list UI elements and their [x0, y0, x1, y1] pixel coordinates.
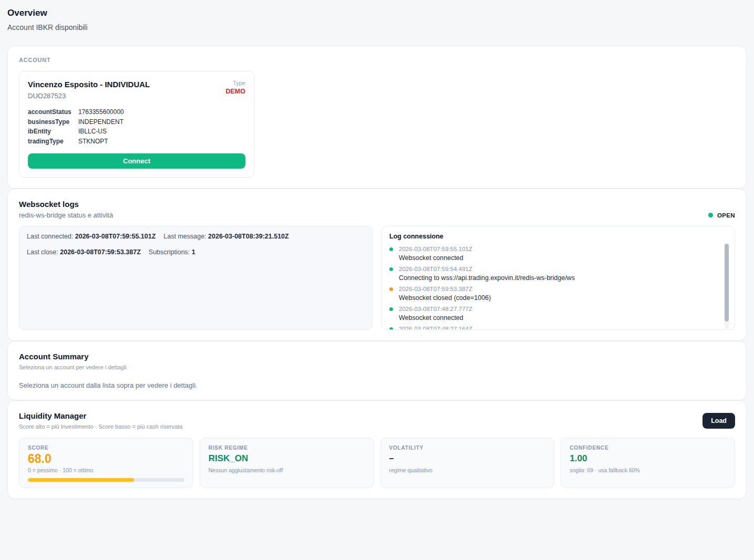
log-time: 2026-03-08T07:59:54.491Z — [399, 266, 727, 272]
log-message: Websocket connected — [399, 314, 727, 322]
log-entry: 2026-03-08T07:59:55.101Z Websocket conne… — [389, 246, 727, 262]
log-time: 2026-03-08T07:59:55.101Z — [399, 246, 727, 252]
liquidity-subtitle: Score alto = più investimento · Score ba… — [19, 423, 182, 430]
connection-log-panel: Log connessione 2026-03-08T07:59:55.101Z… — [381, 226, 735, 330]
stat-card-risk-regime: RISK REGIME RISK_ON Nessun aggiustamento… — [200, 438, 374, 488]
account-summary-section: Account Summary Seleziona un account per… — [7, 341, 747, 400]
log-message: Websocket connected — [399, 254, 727, 262]
stat-desc: 0 = pessimo · 100 = ottimo — [28, 467, 184, 473]
log-scrollbar-thumb[interactable] — [725, 244, 729, 322]
stat-desc: soglia: 69 · usa fallback 60% — [570, 467, 726, 473]
status-badge-label: OPEN — [717, 212, 735, 219]
log-entry: 2026-03-08T07:59:53.387Z Websocket close… — [389, 286, 727, 302]
status-badge: OPEN — [708, 212, 735, 219]
websocket-title: Websocket logs — [19, 200, 113, 209]
account-card[interactable]: Vincenzo Esposito - INDIVIDUAL DUO287523… — [19, 71, 254, 178]
info-pair: Last message: 2026-03-08T08:39:21.510Z — [163, 233, 288, 240]
account-id: DUO287523 — [28, 92, 150, 100]
info-pair: Last connected: 2026-03-08T07:59:55.101Z — [27, 233, 156, 240]
page-subtitle: Account IBKR disponibili — [7, 23, 747, 32]
stat-value: RISK_ON — [209, 452, 365, 465]
account-name: Vincenzo Esposito - INDIVIDUAL — [28, 80, 150, 89]
field-key: ibEntity — [28, 127, 78, 137]
stat-label: CONFIDENCE — [570, 445, 726, 451]
score-progress-fill — [28, 478, 134, 482]
log-entry: 2026-03-08T07:48:27.777Z Websocket conne… — [389, 306, 727, 322]
field-key: tradingType — [28, 137, 78, 147]
log-message: Connecting to wss://api.trading.expovin.… — [399, 274, 727, 282]
account-fields: accountStatus 1763355600000 businessType… — [28, 107, 245, 147]
score-progress-track — [28, 478, 184, 482]
info-pair: Last close: 2026-03-08T07:59:53.387Z — [27, 248, 141, 256]
field-key: accountStatus — [28, 107, 78, 117]
load-button[interactable]: Load — [703, 413, 735, 429]
log-status-dot-icon — [389, 267, 393, 271]
log-status-dot-icon — [389, 287, 393, 291]
websocket-section: Websocket logs redis-ws-bridge status e … — [7, 189, 747, 341]
account-summary-body: Seleziona un account dalla lista sopra p… — [19, 381, 735, 389]
field-value: INDEPENDENT — [78, 117, 123, 127]
stat-desc: regime qualitativo — [389, 467, 546, 473]
log-status-dot-icon — [389, 247, 393, 251]
log-time: 2026-03-08T07:48:27.164Z — [399, 326, 727, 330]
log-scrollbar[interactable] — [725, 243, 729, 329]
connection-log-title: Log connessione — [389, 233, 727, 240]
stat-label: VOLATILITY — [389, 445, 546, 451]
page-title: Overview — [7, 8, 747, 18]
account-type-badge: DEMO — [226, 88, 246, 95]
stat-value: 68.0 — [28, 452, 184, 465]
websocket-subtitle: redis-ws-bridge status e attività — [19, 211, 113, 219]
connect-button[interactable]: Connect — [28, 153, 245, 169]
log-time: 2026-03-08T07:59:53.387Z — [399, 286, 727, 292]
field-value: STKNOPT — [78, 137, 108, 147]
log-status-dot-icon — [389, 307, 393, 311]
field-key: businessType — [28, 117, 78, 127]
account-field-row: tradingType STKNOPT — [28, 137, 245, 147]
status-dot-icon — [708, 213, 713, 217]
account-type-label: Type — [226, 80, 246, 86]
log-time: 2026-03-08T07:48:27.777Z — [399, 306, 727, 312]
log-entry: 2026-03-08T07:59:54.491Z Connecting to w… — [389, 266, 727, 282]
account-summary-title: Account Summary — [19, 352, 735, 361]
stat-label: RISK REGIME — [209, 445, 365, 451]
account-section: ACCOUNT Vincenzo Esposito - INDIVIDUAL D… — [7, 46, 747, 189]
account-field-row: ibEntity IBLLC-US — [28, 127, 245, 137]
account-field-row: businessType INDEPENDENT — [28, 117, 245, 127]
stat-card-score: SCORE 68.0 0 = pessimo · 100 = ottimo — [19, 438, 193, 488]
stat-value: 1.00 — [570, 452, 726, 465]
account-summary-subtitle: Seleziona un account per vedere i dettag… — [19, 364, 735, 370]
stat-label: SCORE — [28, 445, 184, 451]
account-section-label: ACCOUNT — [19, 57, 735, 63]
account-field-row: accountStatus 1763355600000 — [28, 107, 245, 117]
log-status-dot-icon — [389, 327, 393, 330]
log-entry: 2026-03-08T07:48:27.164Z — [389, 326, 727, 330]
stat-card-confidence: CONFIDENCE 1.00 soglia: 69 · usa fallbac… — [561, 438, 735, 488]
field-value: 1763355600000 — [78, 107, 124, 117]
stat-card-volatility: VOLATILITY – regime qualitativo — [380, 438, 555, 488]
stat-value: – — [389, 452, 546, 465]
log-message: Websocket closed (code=1006) — [399, 294, 727, 302]
websocket-info-panel: Last connected: 2026-03-08T07:59:55.101Z… — [19, 226, 373, 330]
field-value: IBLLC-US — [78, 127, 107, 137]
info-pair: Subscriptions: 1 — [149, 248, 195, 256]
stat-desc: Nessun aggiustamento risk-off — [209, 467, 365, 473]
liquidity-manager-section: Liquidity Manager Score alto = più inves… — [7, 400, 747, 499]
liquidity-title: Liquidity Manager — [19, 411, 182, 420]
